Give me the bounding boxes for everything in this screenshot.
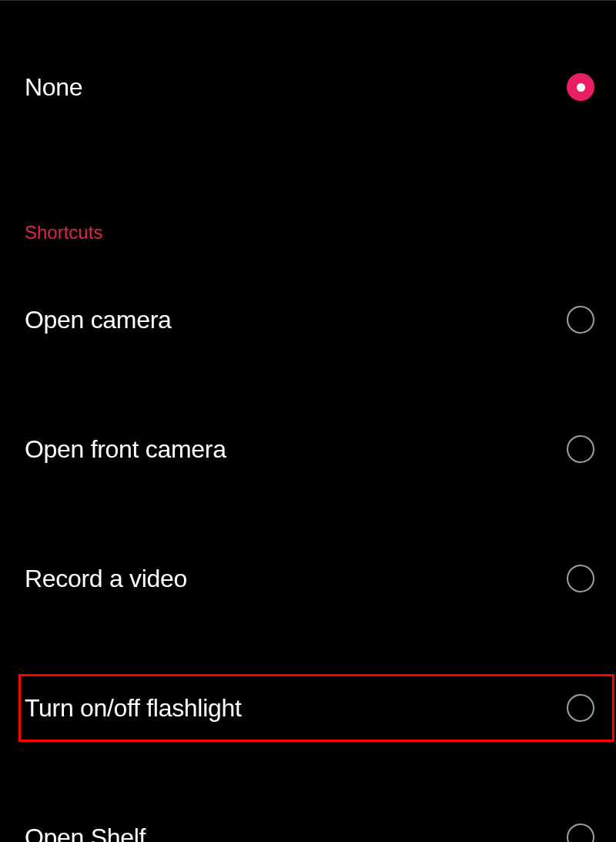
shortcut-label: Record a video bbox=[25, 565, 187, 593]
option-none[interactable]: None bbox=[0, 56, 616, 118]
shortcut-open-shelf[interactable]: Open Shelf bbox=[0, 773, 616, 842]
shortcut-record-video[interactable]: Record a video bbox=[0, 514, 616, 643]
section-header-shortcuts: Shortcuts bbox=[0, 222, 616, 243]
shortcut-open-camera[interactable]: Open camera bbox=[0, 255, 616, 384]
radio-unselected-icon bbox=[567, 306, 594, 334]
radio-unselected-icon bbox=[567, 694, 594, 722]
shortcut-label: Open Shelf bbox=[25, 824, 146, 843]
shortcut-label: Open camera bbox=[25, 306, 172, 334]
radio-unselected-icon bbox=[567, 435, 594, 463]
shortcut-label: Open front camera bbox=[25, 435, 226, 464]
option-none-label: None bbox=[25, 73, 82, 102]
shortcut-label: Turn on/off flashlight bbox=[25, 694, 242, 723]
radio-unselected-icon bbox=[567, 824, 594, 842]
shortcuts-list: Open camera Open front camera Record a v… bbox=[0, 255, 616, 842]
shortcut-open-front-camera[interactable]: Open front camera bbox=[0, 384, 616, 514]
radio-selected-icon bbox=[567, 73, 594, 101]
radio-unselected-icon bbox=[567, 565, 594, 592]
shortcut-flashlight[interactable]: Turn on/off flashlight bbox=[0, 643, 616, 773]
